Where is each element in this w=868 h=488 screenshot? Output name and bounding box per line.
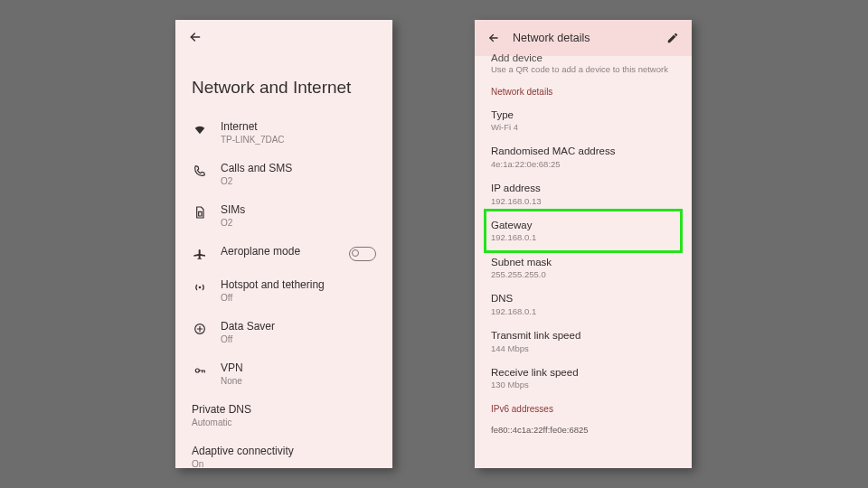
row-label: Data Saver (221, 320, 376, 333)
detail-label: Randomised MAC address (491, 145, 675, 157)
detail-value: 192.168.0.1 (491, 306, 675, 316)
detail-value: 4e:1a:22:0e:68:25 (491, 159, 675, 169)
detail-row-txspeed: Transmit link speed144 Mbps (475, 323, 692, 360)
row-sublabel: Off (221, 334, 376, 345)
row-label: Private DNS (192, 403, 376, 417)
detail-row-rxspeed: Receive link speed130 Mbps (475, 360, 692, 397)
detail-value: 144 Mbps (491, 343, 675, 353)
detail-value: 192.168.0.13 (491, 196, 675, 206)
row-label: Adaptive connectivity (192, 445, 376, 458)
detail-label: Transmit link speed (491, 329, 675, 342)
detail-value: Wi-Fi 4 (491, 122, 675, 132)
add-device-row[interactable]: Add device (475, 52, 692, 64)
row-sublabel: None (221, 376, 376, 387)
detail-row-mac: Randomised MAC address4e:1a:22:0e:68:25 (475, 138, 692, 175)
page-title: Network and Internet (175, 54, 392, 108)
plane-icon (192, 246, 208, 262)
detail-value: 130 Mbps (491, 380, 675, 389)
ipv6-address: fe80::4c1a:22ff:fe0e:6825 (475, 418, 692, 442)
settings-row-calls[interactable]: Calls and SMSO2 (175, 154, 392, 195)
settings-row-sims[interactable]: SIMsO2 (175, 195, 392, 237)
svg-point-1 (199, 286, 202, 289)
detail-row-subnet: Subnet mask255.255.255.0 (475, 249, 692, 286)
phone-network-details: Network details Add device Use a QR code… (475, 20, 692, 468)
section-header-ipv6: IPv6 addresses (475, 397, 692, 418)
row-label: Calls and SMS (221, 162, 376, 175)
appbar: Network details (475, 20, 692, 56)
stage: Network and Internet InternetTP-LINK_7DA… (0, 0, 868, 488)
row-sublabel: Off (221, 293, 376, 304)
section-header-details: Network details (475, 80, 692, 100)
detail-value: 192.168.0.1 (491, 232, 675, 242)
settings-row-hotspot[interactable]: Hotspot and tetheringOff (175, 270, 392, 312)
datasaver-icon (192, 321, 208, 337)
settings-row-adaptive[interactable]: Adaptive connectivityOn (175, 436, 392, 468)
row-sublabel: O2 (221, 176, 376, 187)
settings-row-internet[interactable]: InternetTP-LINK_7DAC (175, 112, 392, 154)
svg-rect-0 (199, 211, 202, 216)
settings-row-vpn[interactable]: VPNNone (175, 353, 392, 395)
settings-row-privdns[interactable]: Private DNSAutomatic (175, 395, 392, 436)
toggle-aeroplane[interactable] (349, 247, 376, 261)
svg-point-3 (195, 369, 199, 372)
vpn-icon (192, 362, 208, 379)
hotspot-icon (192, 279, 208, 296)
row-sublabel: On (192, 459, 376, 468)
detail-value: 255.255.255.0 (491, 269, 675, 279)
detail-row-gateway: Gateway192.168.0.1 (475, 212, 692, 249)
row-label: VPN (221, 361, 376, 375)
row-label: SIMs (221, 203, 376, 217)
sim-icon (192, 204, 208, 221)
back-icon[interactable] (188, 30, 203, 44)
settings-row-datasaver[interactable]: Data SaverOff (175, 312, 392, 353)
back-icon[interactable] (487, 32, 500, 44)
wifi-icon (192, 121, 208, 137)
row-label: Hotspot and tethering (221, 278, 376, 292)
detail-row-dns: DNS192.168.0.1 (475, 286, 692, 323)
network-details-list: TypeWi-Fi 4Randomised MAC address4e:1a:2… (475, 100, 692, 397)
row-label: Internet (221, 120, 376, 134)
phone-icon (192, 163, 208, 179)
row-label: Aeroplane mode (221, 245, 336, 258)
detail-label: Type (491, 108, 675, 121)
row-sublabel: O2 (221, 218, 376, 229)
detail-label: DNS (491, 292, 675, 305)
edit-icon[interactable] (666, 32, 679, 44)
phone-network-internet: Network and Internet InternetTP-LINK_7DA… (175, 20, 392, 468)
detail-label: Subnet mask (491, 256, 675, 268)
row-sublabel: Automatic (192, 418, 376, 428)
detail-label: Gateway (491, 219, 675, 231)
detail-row-type: TypeWi-Fi 4 (475, 102, 692, 139)
row-sublabel: TP-LINK_7DAC (221, 135, 376, 145)
detail-row-ip: IP address192.168.0.13 (475, 175, 692, 212)
appbar-title: Network details (513, 32, 654, 44)
settings-list: InternetTP-LINK_7DACCalls and SMSO2SIMsO… (175, 108, 392, 468)
detail-label: IP address (491, 182, 675, 194)
settings-row-aeroplane[interactable]: Aeroplane mode (175, 237, 392, 270)
appbar (175, 20, 392, 54)
detail-label: Receive link speed (491, 366, 675, 379)
add-device-sub: Use a QR code to add a device to this ne… (475, 64, 692, 80)
